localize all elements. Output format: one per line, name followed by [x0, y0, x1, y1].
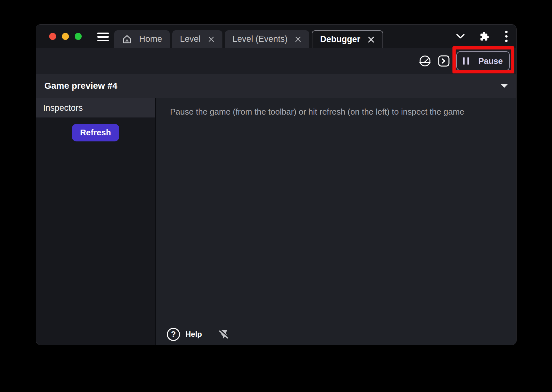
help-button[interactable]: ? Help [167, 328, 202, 341]
close-icon[interactable] [295, 36, 302, 43]
profiler-gauge-icon[interactable] [419, 55, 431, 67]
minimize-window-button[interactable] [62, 33, 69, 40]
game-preview-title: Game preview #4 [44, 81, 117, 91]
chevron-down-icon[interactable] [456, 34, 465, 39]
help-question-icon: ? [167, 328, 180, 341]
pause-icon [463, 57, 469, 65]
pause-button[interactable]: Pause [456, 51, 510, 71]
kebab-menu-icon[interactable] [505, 30, 508, 42]
console-icon[interactable] [438, 55, 450, 67]
zoom-window-button[interactable] [75, 33, 82, 40]
tab-label: Home [139, 35, 162, 43]
tab-level[interactable]: Level [172, 30, 222, 48]
titlebar-actions [456, 25, 508, 48]
tab-label: Level [180, 35, 201, 43]
refresh-button[interactable]: Refresh [72, 124, 119, 141]
help-label: Help [185, 330, 202, 339]
pin-off-icon[interactable] [217, 328, 230, 341]
tab-home[interactable]: Home [114, 30, 170, 48]
close-icon[interactable] [367, 36, 375, 43]
inspectors-sidebar: Inspectors Refresh [36, 98, 156, 345]
tab-label: Level (Events) [233, 35, 288, 43]
close-window-button[interactable] [49, 33, 56, 40]
inspectors-header: Inspectors [36, 98, 155, 117]
hamburger-menu-icon[interactable] [97, 33, 109, 41]
debugger-toolbar: Pause [36, 48, 516, 74]
tab-bar: Home Level Level (Events) [114, 30, 383, 48]
close-icon[interactable] [208, 36, 215, 43]
game-preview-selector[interactable]: Game preview #4 [36, 74, 516, 98]
tab-level-events[interactable]: Level (Events) [225, 30, 310, 48]
pause-button-label: Pause [478, 56, 503, 66]
window-controls [49, 33, 82, 40]
debugger-content: Inspectors Refresh Pause the game (from … [36, 98, 516, 345]
tab-debugger[interactable]: Debugger [312, 30, 383, 48]
debugger-hint-message: Pause the game (from the toolbar) or hit… [156, 98, 516, 117]
footer-actions: ? Help [167, 328, 230, 341]
tab-label: Debugger [320, 35, 360, 44]
home-icon [122, 34, 132, 44]
inspector-main-panel: Pause the game (from the toolbar) or hit… [156, 98, 516, 345]
app-window: Home Level Level (Events) [36, 25, 516, 345]
titlebar: Home Level Level (Events) [36, 25, 516, 48]
dropdown-triangle-icon[interactable] [501, 84, 508, 88]
extensions-puzzle-icon[interactable] [480, 31, 490, 41]
